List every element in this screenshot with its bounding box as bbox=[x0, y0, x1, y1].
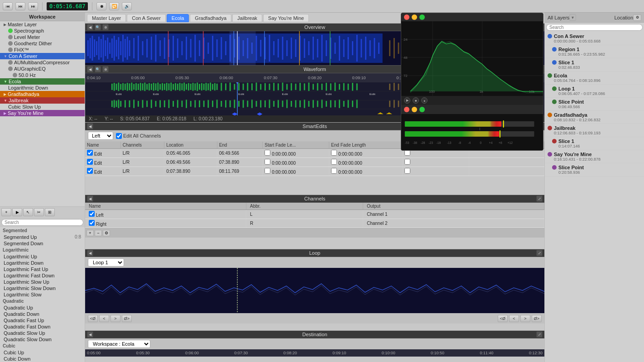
sel-btn[interactable]: ↖ bbox=[23, 208, 33, 216]
tree-master-layer[interactable]: ▶ Master Layer bbox=[0, 21, 85, 28]
se-check-3[interactable] bbox=[87, 168, 93, 174]
loop-nav-5[interactable]: <Ø bbox=[498, 315, 508, 322]
seg-down[interactable]: Segmented Down bbox=[0, 240, 85, 247]
loop-canvas[interactable] bbox=[85, 268, 544, 313]
rs-dropdown[interactable]: ▾ bbox=[569, 14, 576, 21]
cut-btn[interactable]: ✂ bbox=[34, 208, 44, 216]
log-down-item[interactable]: Logarithmic Down bbox=[0, 260, 85, 266]
loop-collapse[interactable]: ◀ bbox=[87, 250, 93, 256]
loop-nav-4[interactable]: Ø> bbox=[122, 315, 132, 322]
tree-con-a-sewer[interactable]: ▼ Con A Sewer bbox=[0, 53, 85, 59]
tab-master-layer[interactable]: Master Layer bbox=[87, 14, 126, 22]
channel-select[interactable]: Left Right bbox=[88, 132, 113, 140]
loop-nav-7[interactable]: > bbox=[520, 315, 530, 322]
layer-slice-1-jail[interactable]: Slice 1 0:14:07.146 bbox=[545, 137, 644, 150]
rewind-btn[interactable]: ⏮ bbox=[3, 2, 13, 10]
loop-max[interactable]: ⤢ bbox=[536, 250, 543, 256]
ch-add[interactable]: + bbox=[87, 230, 94, 236]
se-sfl-check-2[interactable] bbox=[264, 159, 270, 165]
play-btn[interactable]: ▶ bbox=[12, 208, 22, 216]
rs-search-input[interactable] bbox=[546, 24, 643, 31]
edit-all-label[interactable]: Edit All Channels bbox=[116, 133, 161, 139]
ch-right-check[interactable] bbox=[89, 220, 95, 226]
tree-level-meter[interactable]: Level Meter bbox=[0, 34, 85, 40]
se-cfc-check-3[interactable] bbox=[404, 168, 410, 174]
dest-select[interactable]: Workspace : Ecola bbox=[88, 340, 150, 348]
wf-marker[interactable]: ⊕ bbox=[102, 66, 109, 72]
se-efl-check-2[interactable] bbox=[331, 159, 337, 165]
se-sfl-check-3[interactable] bbox=[264, 168, 270, 174]
ch-row-left[interactable]: Left L Channel 1 bbox=[85, 210, 544, 219]
tab-gradfadhadya[interactable]: Gradfadhadya bbox=[190, 14, 231, 22]
tree-spectrograph[interactable]: Spectrograph bbox=[0, 28, 85, 34]
rs-settings-btn[interactable]: ⚙ bbox=[633, 14, 641, 21]
ch-left-check[interactable] bbox=[89, 211, 95, 217]
quad-down[interactable]: Quadratic Down bbox=[0, 311, 85, 317]
layer-slice-1-con[interactable]: Slice 1 0:02:46.833 bbox=[545, 58, 644, 71]
ch-max[interactable]: ⤢ bbox=[536, 195, 543, 202]
add-btn[interactable]: + bbox=[1, 208, 11, 216]
ov-collapse[interactable]: ◀ bbox=[87, 24, 93, 30]
tree-cubic-slow-up[interactable]: Cubic Slow Up bbox=[0, 104, 85, 110]
sound-btn[interactable]: 🔊 bbox=[122, 2, 132, 10]
se-row-2[interactable]: Edit L/R 0:06:49.566 07:38.890 0:00:00.0… bbox=[85, 158, 544, 167]
layer-loop-1[interactable]: Loop 1 0:06:05.407 - 0:07:28.086 bbox=[545, 85, 644, 98]
edit-all-checkbox[interactable] bbox=[116, 133, 122, 139]
layer-slice-pt-ecola[interactable]: Slice Point 0:06:49.566 bbox=[545, 98, 644, 111]
grid-btn[interactable]: ⊞ bbox=[45, 208, 55, 216]
quad-slow-up[interactable]: Quadratic Slow Up bbox=[0, 330, 85, 336]
ch-settings[interactable]: ⚙ bbox=[103, 230, 110, 236]
ch-row-right[interactable]: Right R Channel 2 bbox=[85, 219, 544, 228]
loop-select[interactable]: Loop 1 bbox=[88, 258, 124, 267]
search-input[interactable] bbox=[1, 219, 83, 226]
loop-nav-6[interactable]: < bbox=[509, 315, 519, 322]
se-efl-check-3[interactable] bbox=[331, 168, 337, 174]
prev-btn[interactable]: ⏭ bbox=[15, 2, 25, 10]
se-collapse[interactable]: ◀ bbox=[87, 123, 93, 129]
tree-goodhertz[interactable]: Goodhertz Dither bbox=[0, 40, 85, 47]
tree-saym[interactable]: ▶ Say You're Mine bbox=[0, 110, 85, 116]
quad-up[interactable]: Quadratic Up bbox=[0, 305, 85, 311]
log-fast-down[interactable]: Logarithmic Fast Down bbox=[0, 272, 85, 279]
se-cfc-check-2[interactable] bbox=[404, 159, 410, 165]
quad-fast-up[interactable]: Quadratic Fast Up bbox=[0, 317, 85, 324]
loop-nav-1[interactable]: <Ø bbox=[88, 315, 98, 322]
dest-max[interactable]: ⤢ bbox=[536, 331, 543, 338]
layer-ecola[interactable]: Ecola 0:05:04.764 - 0:08:10.896 bbox=[545, 71, 644, 85]
tree-log-down[interactable]: Logarithmic Down bbox=[0, 85, 85, 91]
log-up[interactable]: Logarithmic Up bbox=[0, 253, 85, 260]
se-sfl-check-1[interactable] bbox=[264, 150, 270, 156]
log-slow[interactable]: Logarithmic Slow bbox=[0, 291, 85, 298]
cubic-down[interactable]: Cubic Down bbox=[0, 356, 85, 362]
wf-collapse[interactable]: ◀ bbox=[87, 66, 93, 72]
cubic-up[interactable]: Cubic Up bbox=[0, 349, 85, 356]
ov-zoom[interactable]: 🔍 bbox=[95, 24, 101, 30]
ch-remove[interactable]: − bbox=[95, 230, 102, 236]
se-check-2[interactable] bbox=[87, 159, 93, 165]
loop-expand[interactable]: ⤢ bbox=[536, 250, 543, 256]
layer-saym[interactable]: Say You're Mine 0:16:10.431 - 0:22:00.87… bbox=[545, 150, 644, 163]
ov-marker[interactable]: ⊕ bbox=[102, 24, 109, 30]
tab-ecola[interactable]: Ecola bbox=[167, 14, 189, 22]
se-efl-check-1[interactable] bbox=[331, 150, 337, 156]
dest-expand[interactable]: ⤢ bbox=[536, 331, 543, 338]
ch-expand[interactable]: ⤢ bbox=[536, 195, 543, 202]
tab-jailbreak[interactable]: Jailbreak bbox=[232, 14, 262, 22]
wf-zoom-in[interactable]: 🔍 bbox=[95, 66, 101, 72]
seg-up[interactable]: Segmented Up 0:8 bbox=[0, 234, 85, 240]
layer-jailbreak[interactable]: Jailbreak 0:12:06.603 - 0:16:09.193 bbox=[545, 124, 644, 137]
tree-jailbreak[interactable]: ▼ Jailbreak bbox=[0, 97, 85, 104]
tree-au-eq[interactable]: AUGraphicEQ bbox=[0, 66, 85, 72]
tree-au-multi[interactable]: AUMultibandCompressor bbox=[0, 59, 85, 66]
tab-saym[interactable]: Say You're Mine bbox=[263, 14, 309, 22]
layer-slice-pt-saym[interactable]: Slice Point 0:20:58.936 bbox=[545, 163, 644, 176]
se-check-1[interactable] bbox=[87, 150, 93, 156]
quad-fast-down[interactable]: Quadratic Fast Down bbox=[0, 324, 85, 330]
quad-slow-down[interactable]: Quadratic Slow Down bbox=[0, 336, 85, 343]
tree-ecola[interactable]: ▼ Ecola bbox=[0, 78, 85, 85]
se-row-3[interactable]: Edit L/R 0:07:38.890 08:11.769 0:00:00.0… bbox=[85, 167, 544, 176]
dest-collapse[interactable]: ◀ bbox=[87, 331, 93, 338]
tree-50hz[interactable]: 50.0 Hz bbox=[0, 72, 85, 78]
loop-nav-8[interactable]: Ø> bbox=[532, 315, 542, 322]
tree-fhx[interactable]: FHX™ bbox=[0, 47, 85, 53]
